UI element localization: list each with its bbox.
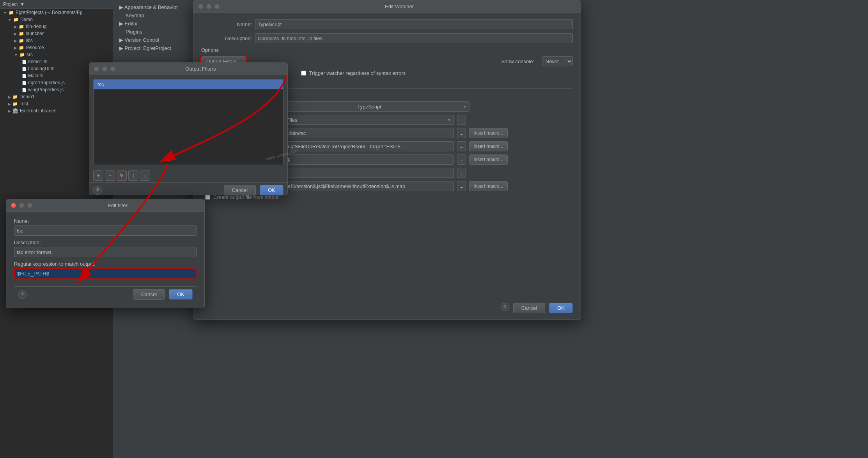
output-paths-input[interactable] <box>267 181 454 191</box>
edit-filter-footer-buttons: Cancel OK <box>133 289 193 300</box>
ts-file-icon: 📄 <box>22 67 27 71</box>
filter-item-tsc[interactable]: tsc <box>94 80 283 89</box>
program-input[interactable] <box>267 128 454 138</box>
maximize-button[interactable] <box>214 4 220 9</box>
ok-button[interactable]: OK <box>260 185 283 195</box>
minimize-button[interactable] <box>206 4 211 9</box>
tree-item-bindebug[interactable]: ▶ 📁 bin-debug <box>0 23 113 30</box>
filter-name-input[interactable] <box>14 225 197 236</box>
json-file-icon: 📄 <box>22 88 27 92</box>
expand-icon: ▶ <box>14 32 17 36</box>
show-console-label: Show console: <box>501 59 534 64</box>
file-type-value: TypeScript <box>357 104 381 110</box>
tree-item-label: launcher <box>26 31 44 36</box>
scope-dropdown[interactable]: Project Files ▼ <box>267 115 454 125</box>
program-insert-macro-button[interactable]: Insert macro... <box>469 128 508 138</box>
working-dir-dots-button[interactable]: ... <box>457 154 466 165</box>
name-input[interactable] <box>255 19 573 29</box>
folder-icon: 📁 <box>19 45 24 50</box>
close-button[interactable] <box>11 203 16 208</box>
trigger-watcher-checkbox[interactable] <box>301 71 306 76</box>
tree-item-libs[interactable]: ▶ 📁 libs <box>0 37 113 44</box>
close-button[interactable] <box>94 66 99 71</box>
edit-filter-titlebar: Edit filter <box>6 199 204 212</box>
show-console-select[interactable]: Never Always On error <box>542 56 573 66</box>
maximize-button[interactable] <box>27 203 32 208</box>
description-row: Description: <box>201 33 573 43</box>
expand-icon: ▼ <box>14 53 18 57</box>
expand-icon: ▶ <box>14 39 17 43</box>
filter-description-input[interactable] <box>14 247 197 257</box>
working-dir-insert-macro-button[interactable]: Insert macro... <box>469 154 508 165</box>
expand-icon: ▶ <box>8 109 11 113</box>
options-title: Options <box>201 47 573 53</box>
folder-icon: 📁 <box>19 24 24 29</box>
move-up-button[interactable]: ↑ <box>128 170 138 181</box>
output-paths-dots-button[interactable]: ... <box>457 181 466 191</box>
chevron-down-icon: ▼ <box>463 105 467 109</box>
ok-button[interactable]: OK <box>549 303 573 313</box>
sidebar-dropdown-arrow[interactable]: ▼ <box>20 2 25 7</box>
program-dots-button[interactable]: ... <box>457 128 466 138</box>
arguments-dots-button[interactable]: ... <box>457 141 466 151</box>
filter-regex-label: Regular expression to match output: <box>14 261 197 267</box>
minimize-button[interactable] <box>19 203 24 208</box>
arguments-insert-macro-button[interactable]: Insert macro... <box>469 141 508 151</box>
tree-item-label: resource <box>26 45 44 50</box>
env-vars-dots-button[interactable]: ... <box>457 168 466 178</box>
working-dir-input[interactable] <box>267 154 454 165</box>
edit-filter-footer: ? Cancel OK <box>14 286 197 302</box>
output-filters-titlebar: Output Filters <box>89 63 287 75</box>
cancel-button[interactable]: Cancel <box>133 289 165 300</box>
help-button[interactable]: ? <box>18 290 27 299</box>
move-down-button[interactable]: ↓ <box>140 170 150 181</box>
edit-filter-button[interactable]: ✎ <box>117 170 127 181</box>
expand-icon: ▶ <box>14 25 17 29</box>
edit-watcher-title: Edit Watcher <box>223 4 576 9</box>
tree-item-label: Main.ts <box>28 73 43 78</box>
edit-watcher-titlebar: Edit Watcher <box>193 0 581 13</box>
scope-dots-button[interactable]: ... <box>457 115 466 125</box>
arguments-input[interactable] <box>267 141 454 151</box>
file-type-dropdown[interactable]: 🗒️ TypeScript ▼ <box>267 101 469 112</box>
add-filter-button[interactable]: + <box>93 170 103 181</box>
close-button[interactable] <box>198 4 203 9</box>
expand-icon: ▼ <box>8 18 12 22</box>
name-label: Name: <box>201 21 252 27</box>
description-input[interactable] <box>255 33 573 43</box>
tree-root-label: EgretProjects (~/.Documents/Eg <box>16 10 83 15</box>
tree-item-demo[interactable]: ▼ 📁 Demo <box>0 16 113 23</box>
edit-filter-title: Edit filter <box>35 202 200 208</box>
tree-item-src[interactable]: ▼ 📁 src <box>0 51 113 58</box>
env-vars-input[interactable] <box>267 168 454 178</box>
output-paths-insert-macro-button[interactable]: Insert macro... <box>469 181 508 191</box>
maximize-button[interactable] <box>110 66 115 71</box>
folder-icon: 📁 <box>19 31 24 36</box>
expand-icon: ▶ <box>14 46 17 50</box>
sidebar-header[interactable]: Project ▼ <box>0 0 113 9</box>
description-label: Description: <box>201 36 252 41</box>
tree-item-launcher[interactable]: ▶ 📁 launcher <box>0 30 113 37</box>
minimize-button[interactable] <box>102 66 107 71</box>
folder-icon: 📁 <box>12 101 18 107</box>
expand-icon: ▼ <box>3 11 7 15</box>
help-button[interactable]: ? <box>93 186 102 195</box>
folder-icon: 📁 <box>13 17 19 22</box>
tree-item-label: External Libraries <box>20 108 56 114</box>
remove-filter-button[interactable]: − <box>105 170 115 181</box>
edit-filter-body: Name: Description: Regular expression to… <box>6 212 204 308</box>
help-button[interactable]: ? <box>501 303 509 311</box>
ok-button[interactable]: OK <box>169 289 193 300</box>
cancel-button[interactable]: Cancel <box>513 303 545 313</box>
tree-root[interactable]: ▼ 📁 EgretProjects (~/.Documents/Eg <box>0 9 113 16</box>
tree-item-label: libs <box>26 38 33 43</box>
filters-footer: ? Cancel OK <box>89 182 287 198</box>
sidebar-project-label: Project <box>3 2 18 7</box>
cancel-button[interactable]: Cancel <box>224 185 256 195</box>
trigger-watcher-label: Trigger watcher regardless of syntax err… <box>309 70 406 76</box>
filter-regex-input[interactable] <box>14 268 197 279</box>
ts-file-icon: 📄 <box>22 74 27 78</box>
ts-file-icon: 📄 <box>22 60 27 64</box>
expand-icon: ▶ <box>8 102 11 106</box>
tree-item-resource[interactable]: ▶ 📁 resource <box>0 44 113 51</box>
